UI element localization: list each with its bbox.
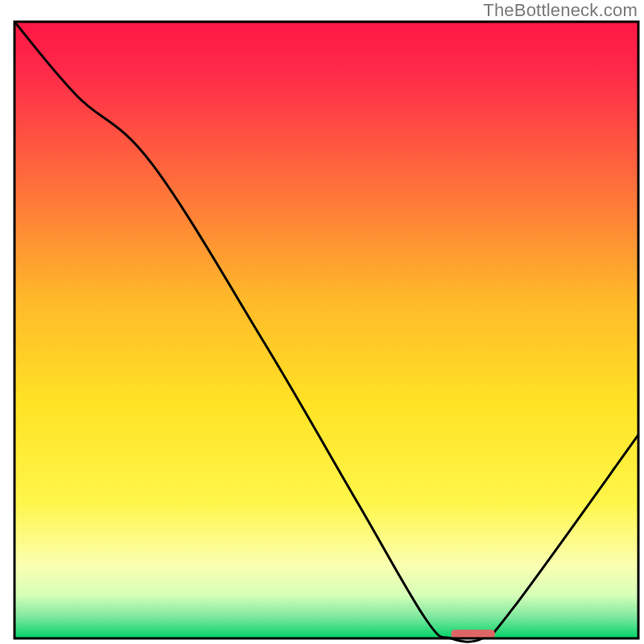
chart-container: { "watermark": "TheBottleneck.com", "cha… [0, 0, 644, 644]
optimal-marker [452, 630, 495, 638]
plot-background [14, 22, 638, 638]
watermark-text: TheBottleneck.com [483, 0, 638, 21]
bottleneck-chart [0, 0, 644, 644]
